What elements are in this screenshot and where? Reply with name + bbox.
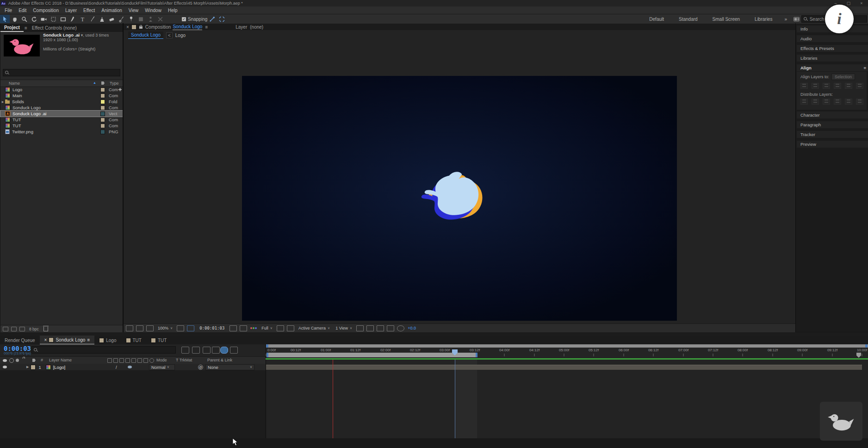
- resolution-dropdown[interactable]: Full∨: [259, 326, 275, 330]
- layer-parent-dropdown[interactable]: None∨: [205, 364, 254, 370]
- menu-layer[interactable]: Layer: [62, 8, 80, 13]
- timeline-search-input[interactable]: [39, 347, 175, 353]
- label-swatch[interactable]: [100, 130, 105, 134]
- column-layer-name[interactable]: Layer Name: [49, 358, 72, 362]
- tab-close-icon[interactable]: ×: [44, 337, 47, 342]
- grid-guides-icon[interactable]: [177, 325, 184, 331]
- label-column-icon[interactable]: [32, 359, 36, 362]
- align-layers-dropdown[interactable]: Selection: [831, 74, 855, 80]
- solo-column-icon[interactable]: [16, 359, 19, 362]
- frame-blending-icon[interactable]: [203, 347, 211, 354]
- graph-editor-icon[interactable]: [230, 347, 238, 354]
- menu-animation[interactable]: Animation: [98, 8, 125, 13]
- adjustment-icon[interactable]: [143, 358, 148, 363]
- layer-row[interactable]: ▶ 1 [Logo] / Normal∨ @ None∨: [0, 364, 266, 371]
- comp-end-marker[interactable]: [856, 353, 861, 358]
- timeline-search[interactable]: [31, 346, 176, 354]
- pan-behind-tool[interactable]: [49, 15, 58, 23]
- tab-close-icon[interactable]: ×: [126, 25, 129, 30]
- project-item[interactable]: TUTCom: [0, 123, 123, 129]
- distribute-top-button[interactable]: [800, 99, 808, 105]
- view-layout-dropdown[interactable]: 1 View∨: [333, 326, 355, 330]
- timeline-tab-logo[interactable]: Logo: [94, 336, 121, 344]
- timeline-tab-tut[interactable]: TUT: [146, 336, 171, 344]
- expander-icon[interactable]: ▶: [0, 100, 5, 103]
- layer-name[interactable]: [Logo]: [53, 365, 65, 370]
- video-column-eye-icon[interactable]: [3, 359, 7, 362]
- layer-visibility-eye-icon[interactable]: [3, 366, 7, 368]
- magnification-dropdown[interactable]: 100%∨: [155, 326, 175, 330]
- effects-icon[interactable]: [125, 358, 130, 363]
- work-area-start-handle[interactable]: [267, 353, 268, 357]
- layer-mode-dropdown[interactable]: Normal∨: [149, 364, 175, 370]
- work-area-end-handle[interactable]: [476, 353, 477, 357]
- snapping-checkbox[interactable]: ✓: [182, 17, 186, 21]
- panel-audio[interactable]: Audio: [797, 35, 868, 42]
- project-bit-depth[interactable]: 8 bpc: [29, 327, 39, 331]
- workspace-libraries[interactable]: Libraries: [747, 17, 780, 22]
- align-center-vertical-button[interactable]: [845, 83, 852, 89]
- menu-help[interactable]: Help: [165, 8, 181, 13]
- panel-menu-icon[interactable]: ≡: [205, 25, 208, 30]
- snap-grid-icon[interactable]: [217, 15, 227, 23]
- time-ruler[interactable]: 0:00f00:12f01:00f01:12f02:00f02:12f03:00…: [266, 344, 868, 358]
- interpret-footage-icon[interactable]: [3, 327, 8, 331]
- project-search[interactable]: [3, 69, 120, 76]
- project-item[interactable]: Twitter.pngPNG: [0, 129, 123, 135]
- transparency-grid-icon[interactable]: [287, 325, 294, 331]
- distribute-center-horizontal-button[interactable]: [845, 99, 852, 105]
- panel-divider[interactable]: [123, 23, 124, 332]
- tab-effect-controls[interactable]: Effect Controls (none): [28, 25, 81, 31]
- close-button[interactable]: ×: [855, 1, 868, 6]
- preview-timecode[interactable]: 0:00:01:03: [199, 326, 224, 330]
- audio-column-icon[interactable]: [9, 358, 14, 363]
- preview-monitor-icon[interactable]: [136, 325, 143, 331]
- always-preview-icon[interactable]: [146, 325, 154, 331]
- three-d-icon[interactable]: [149, 358, 154, 363]
- take-snapshot-icon[interactable]: [229, 325, 237, 331]
- snap-node-icon[interactable]: [207, 15, 217, 23]
- motion-blur-column-icon[interactable]: [137, 358, 142, 363]
- column-name[interactable]: Name: [9, 81, 20, 86]
- panel-character[interactable]: Character: [797, 112, 868, 118]
- column-trkmat[interactable]: T TrkMat: [176, 358, 192, 362]
- clone-stamp-tool[interactable]: [97, 15, 107, 23]
- align-center-horizontal-button[interactable]: [812, 83, 819, 89]
- composition-canvas[interactable]: [242, 76, 677, 321]
- panel-tracker[interactable]: Tracker: [797, 131, 868, 138]
- pen-tool[interactable]: [68, 15, 78, 23]
- draft-3d-icon[interactable]: [212, 347, 220, 354]
- time-navigator[interactable]: [266, 344, 868, 348]
- align-bottom-button[interactable]: [856, 83, 863, 89]
- shape-tool[interactable]: [58, 15, 68, 23]
- distribute-bottom-button[interactable]: [823, 99, 830, 105]
- layer-tab-label[interactable]: Layer: [236, 25, 247, 30]
- project-item[interactable]: MainCom: [0, 93, 123, 99]
- navigator-end-handle[interactable]: [865, 344, 868, 348]
- layer-quality-icon[interactable]: /: [116, 365, 117, 370]
- column-mode[interactable]: Mode: [156, 358, 167, 362]
- timeline-track-area[interactable]: [266, 360, 868, 438]
- hand-tool[interactable]: [10, 15, 19, 23]
- menu-edit[interactable]: Edit: [15, 8, 30, 13]
- trash-icon[interactable]: [43, 327, 48, 331]
- label-swatch[interactable]: [100, 100, 105, 104]
- composition-tab-name[interactable]: Sonduck Logo: [173, 24, 202, 30]
- menu-effect[interactable]: Effect: [80, 8, 98, 13]
- workspace-standard[interactable]: Standard: [671, 17, 705, 22]
- sort-ascending-icon[interactable]: ▲: [93, 81, 96, 84]
- project-item[interactable]: TUTCom: [0, 117, 123, 123]
- tab-project[interactable]: Project: [0, 24, 24, 32]
- menu-window[interactable]: Window: [142, 8, 165, 13]
- brush-tool[interactable]: [87, 15, 97, 23]
- label-swatch[interactable]: [100, 87, 105, 92]
- layer-duration-bar[interactable]: [266, 365, 862, 370]
- timeline-button-icon[interactable]: [377, 325, 384, 331]
- label-swatch[interactable]: [100, 124, 105, 128]
- composition-tab-label[interactable]: Composition: [145, 25, 171, 30]
- panel-divider[interactable]: [795, 23, 796, 332]
- shy-icon[interactable]: [107, 358, 112, 363]
- workspace-manager-icon[interactable]: [792, 15, 801, 23]
- label-swatch[interactable]: [100, 112, 105, 116]
- motion-blur-icon[interactable]: [220, 347, 228, 354]
